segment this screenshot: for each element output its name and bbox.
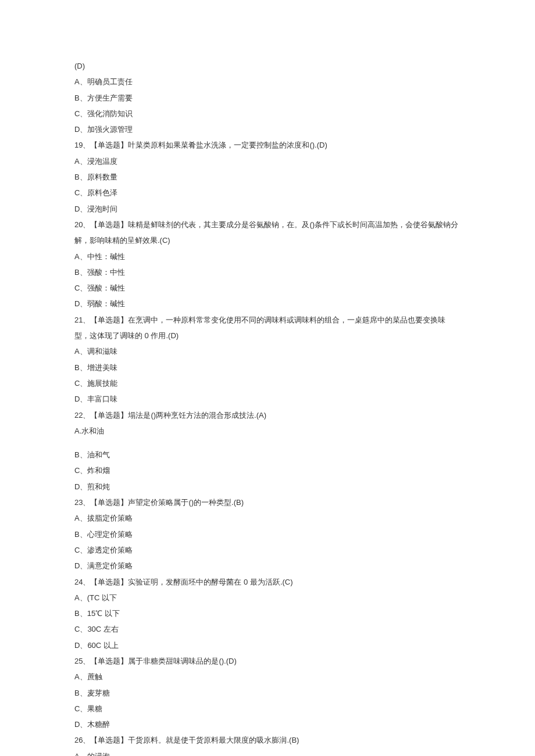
option-d: D、满意定价策略 [74, 558, 461, 574]
option-c: C、渗透定价策略 [74, 542, 461, 558]
option-d: D、木糖醉 [74, 716, 461, 732]
question-stem: 26、【单选题】干货原料。就是使干货原料最大限度的吸水膨润.(B) [74, 732, 461, 748]
option-b: B、方便生产需要 [74, 90, 461, 106]
option-b: B、麦芽糖 [74, 685, 461, 701]
question-stem: 25、【单选题】属于非糖类甜味调味品的是().(D) [74, 653, 461, 669]
option-a: A、(TC 以下 [74, 590, 461, 605]
option-a: A、浸泡温度 [74, 153, 461, 169]
option-d: D、浸泡时间 [74, 201, 461, 217]
question-stem: 21、【单选题】在烹调中，一种原料常常变化使用不同的调味料或调味料的组合，一桌筵… [74, 312, 461, 344]
option-c: C、强化消防知识 [74, 106, 461, 121]
option-a: A、拔脂定价策略 [74, 510, 461, 526]
document-page: (D) A、明确员工责任 B、方便生产需要 C、强化消防知识 D、加强火源管理 … [0, 0, 535, 756]
option-b: B、15℃ 以下 [74, 605, 461, 621]
option-a: A、的浸泡 [74, 748, 461, 756]
option-d: D、加强火源管理 [74, 121, 461, 137]
option-a: A、蔗触 [74, 669, 461, 685]
option-c: C、强酸：碱性 [74, 280, 461, 296]
intro-answer: (D) [74, 58, 461, 74]
option-c: C、原料色泽 [74, 185, 461, 200]
option-c: C、施展技能 [74, 375, 461, 391]
option-b: B、强酸：中性 [74, 264, 461, 280]
option-d: D、弱酸：碱性 [74, 296, 461, 311]
option-a: A、明确员工责任 [74, 74, 461, 89]
question-stem: 23、【单选题】声望定价策略属于()的一种类型.(B) [74, 495, 461, 510]
spacer [74, 439, 461, 447]
option-c: C、炸和熘 [74, 463, 461, 478]
option-a: A.水和油 [74, 423, 461, 439]
option-d: D、丰富口味 [74, 391, 461, 407]
question-stem: 20、【单选题】味精是鲜味剂的代表，其主要成分是谷氨酸钠，在。及()条件下或长时… [74, 217, 461, 249]
option-b: B、油和气 [74, 447, 461, 463]
option-a: A、中性：碱性 [74, 249, 461, 264]
option-a: A、调和滋味 [74, 343, 461, 359]
question-stem: 22、【单选题】塌法是()两种烹饪方法的混合形成技法.(A) [74, 407, 461, 423]
option-d: D、煎和炖 [74, 479, 461, 495]
option-b: B、增进美味 [74, 360, 461, 375]
question-stem: 24、【单选题】实验证明，发酵面坯中的酵母菌在 0 最为活跃.(C) [74, 574, 461, 590]
option-b: B、心理定价策略 [74, 526, 461, 542]
option-b: B、原料数量 [74, 169, 461, 185]
option-d: D、60C 以上 [74, 637, 461, 653]
question-stem: 19、【单选题】叶菜类原料如果菜肴盐水洗涤，一定要控制盐的浓度和().(D) [74, 137, 461, 153]
option-c: C、果糖 [74, 701, 461, 716]
option-c: C、30C 左右 [74, 621, 461, 637]
